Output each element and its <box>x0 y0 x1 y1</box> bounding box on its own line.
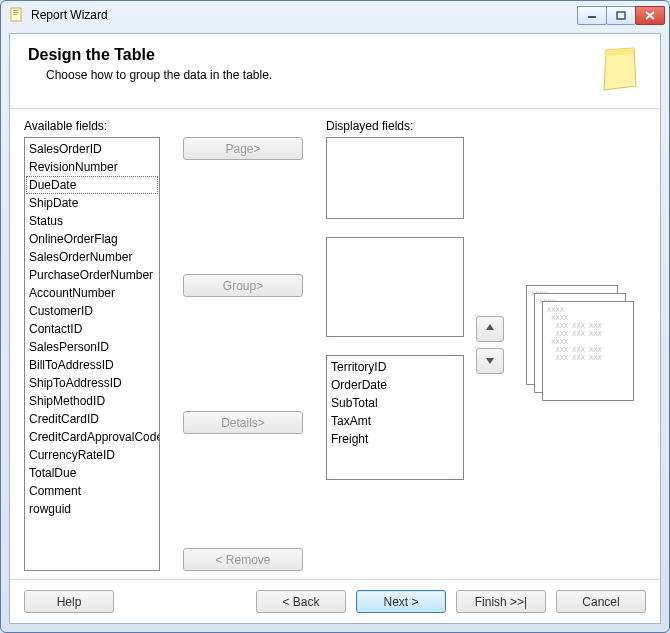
titlebar: Report Wizard <box>1 1 669 29</box>
list-item[interactable]: Status <box>26 212 158 230</box>
list-item[interactable]: CreditCardApprovalCode <box>26 428 158 446</box>
report-icon <box>600 46 642 94</box>
group-button[interactable]: Group> <box>183 274 303 297</box>
group-fields-listbox[interactable] <box>326 237 464 337</box>
maximize-button[interactable] <box>606 6 636 25</box>
svg-rect-4 <box>588 16 596 18</box>
displayed-fields-label: Displayed fields: <box>326 119 464 133</box>
back-button[interactable]: < Back <box>256 590 346 613</box>
arrow-down-icon <box>485 354 495 368</box>
wizard-body: Available fields: SalesOrderIDRevisionNu… <box>10 109 660 579</box>
list-item[interactable]: SalesOrderNumber <box>26 248 158 266</box>
page-title: Design the Table <box>28 46 588 64</box>
list-item[interactable]: OnlineOrderFlag <box>26 230 158 248</box>
list-item[interactable]: TerritoryID <box>328 358 462 376</box>
window-buttons <box>578 6 665 25</box>
list-item[interactable]: SalesPersonID <box>26 338 158 356</box>
available-fields-label: Available fields: <box>24 119 160 133</box>
list-item[interactable]: DueDate <box>26 176 158 194</box>
list-item[interactable]: ShipDate <box>26 194 158 212</box>
list-item[interactable]: CreditCardID <box>26 410 158 428</box>
list-item[interactable]: Freight <box>328 430 462 448</box>
list-item[interactable]: rowguid <box>26 500 158 518</box>
svg-rect-3 <box>13 14 17 15</box>
move-down-button[interactable] <box>476 348 504 374</box>
window-title: Report Wizard <box>31 8 578 22</box>
list-item[interactable]: BillToAddressID <box>26 356 158 374</box>
available-fields-listbox[interactable]: SalesOrderIDRevisionNumberDueDateShipDat… <box>24 137 160 571</box>
app-icon <box>9 7 25 23</box>
list-item[interactable]: SubTotal <box>328 394 462 412</box>
list-item[interactable]: ShipToAddressID <box>26 374 158 392</box>
minimize-button[interactable] <box>577 6 607 25</box>
cancel-button[interactable]: Cancel <box>556 590 646 613</box>
wizard-header: Design the Table Choose how to group the… <box>10 34 660 109</box>
list-item[interactable]: TotalDue <box>26 464 158 482</box>
wizard-footer: Help < Back Next > Finish >>| Cancel <box>10 579 660 623</box>
page-subtitle: Choose how to group the data in the tabl… <box>46 68 588 82</box>
client-area: Design the Table Choose how to group the… <box>9 33 661 624</box>
help-button[interactable]: Help <box>24 590 114 613</box>
layout-preview: XXXX XXXX XXXX XXXX XXX XXX XXX XXX XXX … <box>516 119 646 571</box>
details-button[interactable]: Details> <box>183 411 303 434</box>
svg-rect-1 <box>13 10 19 11</box>
list-item[interactable]: RevisionNumber <box>26 158 158 176</box>
list-item[interactable]: SalesOrderID <box>26 140 158 158</box>
arrow-up-icon <box>485 322 495 336</box>
page-button[interactable]: Page> <box>183 137 303 160</box>
finish-button[interactable]: Finish >>| <box>456 590 546 613</box>
list-item[interactable]: OrderDate <box>328 376 462 394</box>
window: Report Wizard Design the Table Choose ho… <box>0 0 670 633</box>
list-item[interactable]: ContactID <box>26 320 158 338</box>
list-item[interactable]: ShipMethodID <box>26 392 158 410</box>
list-item[interactable]: Comment <box>26 482 158 500</box>
svg-rect-5 <box>617 12 625 19</box>
page-fields-listbox[interactable] <box>326 137 464 219</box>
close-button[interactable] <box>635 6 665 25</box>
details-fields-listbox[interactable]: TerritoryIDOrderDateSubTotalTaxAmtFreigh… <box>326 355 464 480</box>
svg-rect-2 <box>13 12 19 13</box>
list-item[interactable]: CustomerID <box>26 302 158 320</box>
move-up-button[interactable] <box>476 316 504 342</box>
list-item[interactable]: TaxAmt <box>328 412 462 430</box>
remove-button[interactable]: < Remove <box>183 548 303 571</box>
list-item[interactable]: AccountNumber <box>26 284 158 302</box>
list-item[interactable]: CurrencyRateID <box>26 446 158 464</box>
list-item[interactable]: PurchaseOrderNumber <box>26 266 158 284</box>
next-button[interactable]: Next > <box>356 590 446 613</box>
